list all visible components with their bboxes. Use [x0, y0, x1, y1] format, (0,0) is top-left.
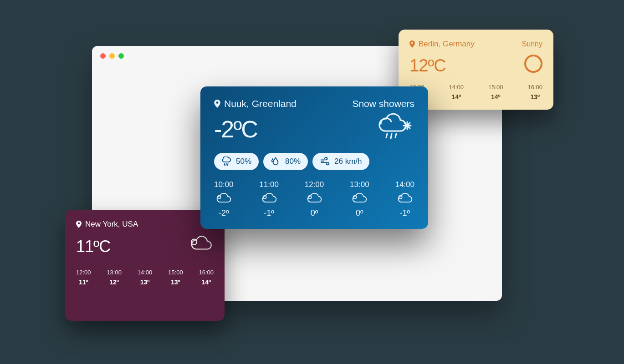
forecast-hour: 15:0013º — [168, 269, 183, 286]
weather-card-nuuk[interactable]: Nuuk, Greenland Snow showers -2ºC 50% — [200, 86, 428, 229]
hourly-forecast: 10:00 -2º 11:00 -1º 12:00 0º 13:00 0º 14… — [214, 180, 414, 218]
svg-line-9 — [226, 164, 226, 166]
forecast-hour: 16:0013º — [527, 84, 542, 101]
cloud-icon — [306, 193, 322, 205]
forecast-hour: 14:0014º — [449, 84, 464, 101]
location-pin-icon — [214, 100, 220, 108]
humidity-icon — [271, 157, 281, 167]
condition-label: Sunny — [522, 40, 542, 48]
location-pin-icon — [76, 221, 82, 228]
current-temp: -2ºC — [214, 116, 257, 143]
minimize-icon[interactable] — [109, 53, 115, 59]
humidity-pill: 80% — [263, 153, 308, 170]
location-label: New York, USA — [85, 220, 138, 229]
forecast-hour: 12:0011º — [76, 269, 91, 286]
forecast-hour: 10:00 -2º — [214, 180, 234, 218]
metrics-row: 50% 80% 26 km/h — [214, 153, 414, 170]
location-label: Berlin, Germany — [419, 40, 475, 49]
forecast-hour: 11:00 -1º — [259, 180, 279, 218]
maximize-icon[interactable] — [118, 53, 124, 59]
condition-label: Snow showers — [352, 98, 414, 109]
forecast-hour: 15:0014º — [488, 84, 503, 101]
cloud-icon — [261, 193, 277, 205]
location-row: New York, USA — [76, 220, 138, 229]
forecast-hour: 13:00 0º — [350, 180, 369, 218]
forecast-hour: 14:00 -1º — [395, 180, 414, 218]
svg-line-2 — [391, 134, 392, 138]
precipitation-pill: 50% — [214, 153, 259, 170]
sun-icon — [524, 55, 542, 73]
location-row: Nuuk, Greenland — [214, 98, 297, 109]
svg-line-8 — [224, 164, 225, 166]
forecast-hour: 12:00 0º — [305, 180, 324, 218]
weather-card-newyork[interactable]: New York, USA C 11ºC 12:0011º 13:0012º 1… — [65, 210, 225, 321]
cloud-icon — [188, 235, 214, 253]
precipitation-icon — [221, 157, 231, 167]
hourly-forecast: 13:0013º 14:0014º 15:0014º 16:0013º — [409, 84, 542, 101]
forecast-hour: 14:0013º — [138, 269, 153, 286]
location-row: Berlin, Germany — [409, 40, 475, 49]
wind-pill: 26 km/h — [312, 153, 369, 170]
current-temp: 12ºC — [409, 56, 446, 76]
location-label: Nuuk, Greenland — [224, 98, 297, 109]
forecast-hour: 16:0014º — [199, 269, 214, 286]
cloud-icon — [351, 193, 368, 205]
svg-line-3 — [395, 134, 396, 137]
humidity-value: 80% — [285, 157, 301, 166]
wind-icon — [320, 157, 330, 167]
forecast-hour: 13:0012º — [107, 269, 122, 286]
wind-value: 26 km/h — [334, 157, 362, 166]
svg-line-1 — [386, 134, 387, 137]
cloud-icon — [215, 193, 232, 205]
close-icon[interactable] — [100, 53, 106, 59]
current-temp: 11ºC — [76, 237, 110, 256]
precipitation-value: 50% — [236, 157, 251, 166]
cloud-icon — [397, 193, 413, 205]
snow-showers-icon — [369, 110, 414, 142]
hourly-forecast: 12:0011º 13:0012º 14:0013º 15:0013º 16:0… — [76, 269, 214, 286]
svg-line-10 — [228, 164, 228, 166]
location-pin-icon — [409, 40, 415, 48]
